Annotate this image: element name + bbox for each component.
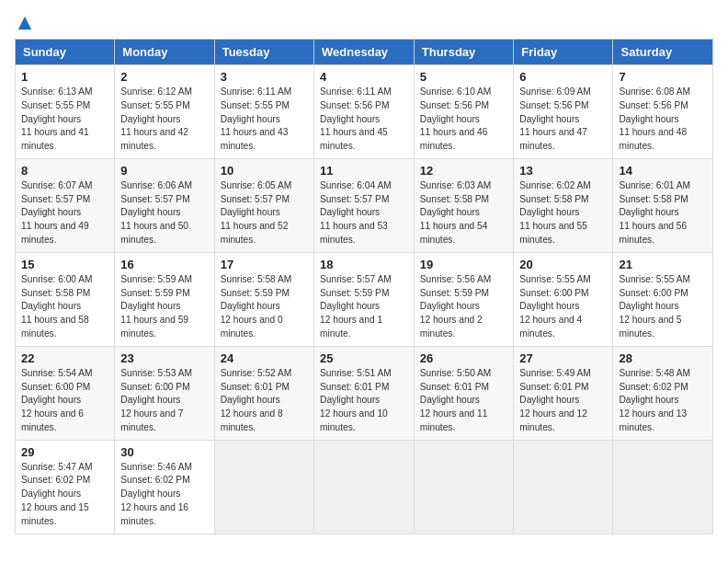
day-info: Sunrise: 6:00 AMSunset: 5:58 PMDaylight … xyxy=(21,274,93,339)
calendar-week-5: 29Sunrise: 5:47 AMSunset: 6:02 PMDayligh… xyxy=(16,440,713,534)
day-number: 7 xyxy=(619,70,707,84)
day-info: Sunrise: 6:13 AMSunset: 5:55 PMDaylight … xyxy=(21,86,93,151)
day-info: Sunrise: 6:11 AMSunset: 5:56 PMDaylight … xyxy=(320,86,392,151)
col-header-monday: Monday xyxy=(115,40,214,65)
calendar-week-1: 1Sunrise: 6:13 AMSunset: 5:55 PMDaylight… xyxy=(16,65,713,159)
calendar-cell: 10Sunrise: 6:05 AMSunset: 5:57 PMDayligh… xyxy=(214,158,313,252)
calendar-cell xyxy=(314,440,415,534)
day-number: 20 xyxy=(519,258,607,271)
calendar-cell: 3Sunrise: 6:11 AMSunset: 5:55 PMDaylight… xyxy=(214,65,313,159)
calendar-cell: 29Sunrise: 5:47 AMSunset: 6:02 PMDayligh… xyxy=(16,440,115,534)
calendar-cell xyxy=(214,440,313,534)
day-number: 30 xyxy=(120,445,208,459)
day-number: 11 xyxy=(320,164,408,178)
calendar-cell: 7Sunrise: 6:08 AMSunset: 5:56 PMDaylight… xyxy=(613,65,713,159)
calendar-cell: 12Sunrise: 6:03 AMSunset: 5:58 PMDayligh… xyxy=(414,158,514,252)
calendar-cell: 28Sunrise: 5:48 AMSunset: 6:02 PMDayligh… xyxy=(613,346,713,440)
day-info: Sunrise: 5:50 AMSunset: 6:01 PMDaylight … xyxy=(420,368,492,432)
day-number: 16 xyxy=(120,258,208,271)
day-number: 17 xyxy=(221,258,308,271)
day-number: 22 xyxy=(21,351,108,365)
day-number: 5 xyxy=(420,70,508,84)
calendar-cell: 9Sunrise: 6:06 AMSunset: 5:57 PMDaylight… xyxy=(115,158,214,252)
day-number: 13 xyxy=(519,164,607,178)
day-info: Sunrise: 5:46 AMSunset: 6:02 PMDaylight … xyxy=(120,462,192,526)
logo-icon xyxy=(17,15,33,31)
day-info: Sunrise: 5:55 AMSunset: 6:00 PMDaylight … xyxy=(519,274,591,339)
calendar-cell: 1Sunrise: 6:13 AMSunset: 5:55 PMDaylight… xyxy=(16,65,115,159)
calendar-cell: 27Sunrise: 5:49 AMSunset: 6:01 PMDayligh… xyxy=(514,346,613,440)
day-number: 8 xyxy=(21,164,108,178)
day-number: 10 xyxy=(221,164,308,178)
day-number: 26 xyxy=(420,351,508,365)
day-info: Sunrise: 6:01 AMSunset: 5:58 PMDaylight … xyxy=(619,180,690,245)
calendar-cell xyxy=(514,440,613,534)
day-number: 14 xyxy=(619,164,707,178)
day-info: Sunrise: 6:03 AMSunset: 5:58 PMDaylight … xyxy=(420,180,492,245)
day-number: 27 xyxy=(519,351,607,365)
day-info: Sunrise: 5:59 AMSunset: 5:59 PMDaylight … xyxy=(120,274,192,339)
day-number: 4 xyxy=(320,70,408,84)
day-info: Sunrise: 6:05 AMSunset: 5:57 PMDaylight … xyxy=(221,180,292,245)
day-info: Sunrise: 5:57 AMSunset: 5:59 PMDaylight … xyxy=(320,274,392,339)
calendar-cell: 22Sunrise: 5:54 AMSunset: 6:00 PMDayligh… xyxy=(16,346,115,440)
day-number: 9 xyxy=(120,164,208,178)
day-info: Sunrise: 5:48 AMSunset: 6:02 PMDaylight … xyxy=(619,368,690,432)
col-header-tuesday: Tuesday xyxy=(214,40,313,65)
day-number: 12 xyxy=(420,164,508,178)
day-info: Sunrise: 5:53 AMSunset: 6:00 PMDaylight … xyxy=(120,368,192,432)
day-number: 2 xyxy=(120,70,208,84)
day-number: 25 xyxy=(320,351,408,365)
day-info: Sunrise: 6:02 AMSunset: 5:58 PMDaylight … xyxy=(519,180,591,245)
day-info: Sunrise: 6:12 AMSunset: 5:55 PMDaylight … xyxy=(120,86,192,151)
calendar-cell: 17Sunrise: 5:58 AMSunset: 5:59 PMDayligh… xyxy=(214,252,313,346)
calendar-week-4: 22Sunrise: 5:54 AMSunset: 6:00 PMDayligh… xyxy=(16,346,713,440)
day-info: Sunrise: 5:52 AMSunset: 6:01 PMDaylight … xyxy=(221,368,292,432)
day-number: 15 xyxy=(21,258,108,271)
day-number: 18 xyxy=(320,258,408,271)
col-header-saturday: Saturday xyxy=(613,40,713,65)
day-info: Sunrise: 5:47 AMSunset: 6:02 PMDaylight … xyxy=(21,462,93,526)
day-number: 3 xyxy=(221,70,308,84)
day-info: Sunrise: 6:09 AMSunset: 5:56 PMDaylight … xyxy=(519,86,591,151)
day-info: Sunrise: 5:51 AMSunset: 6:01 PMDaylight … xyxy=(320,368,392,432)
logo xyxy=(15,15,33,28)
calendar-cell: 2Sunrise: 6:12 AMSunset: 5:55 PMDaylight… xyxy=(115,65,214,159)
page-header xyxy=(15,15,713,28)
col-header-wednesday: Wednesday xyxy=(314,40,415,65)
day-info: Sunrise: 6:06 AMSunset: 5:57 PMDaylight … xyxy=(120,180,192,245)
calendar-cell: 6Sunrise: 6:09 AMSunset: 5:56 PMDaylight… xyxy=(514,65,613,159)
calendar-cell: 16Sunrise: 5:59 AMSunset: 5:59 PMDayligh… xyxy=(115,252,214,346)
calendar-week-2: 8Sunrise: 6:07 AMSunset: 5:57 PMDaylight… xyxy=(16,158,713,252)
day-info: Sunrise: 5:58 AMSunset: 5:59 PMDaylight … xyxy=(221,274,292,339)
col-header-thursday: Thursday xyxy=(414,40,514,65)
day-number: 29 xyxy=(21,445,108,459)
calendar-cell xyxy=(414,440,514,534)
calendar-header-row: SundayMondayTuesdayWednesdayThursdayFrid… xyxy=(16,40,713,65)
calendar-cell: 21Sunrise: 5:55 AMSunset: 6:00 PMDayligh… xyxy=(613,252,713,346)
calendar-cell: 19Sunrise: 5:56 AMSunset: 5:59 PMDayligh… xyxy=(414,252,514,346)
day-info: Sunrise: 5:56 AMSunset: 5:59 PMDaylight … xyxy=(420,274,492,339)
calendar-cell: 23Sunrise: 5:53 AMSunset: 6:00 PMDayligh… xyxy=(115,346,214,440)
day-number: 19 xyxy=(420,258,508,271)
day-number: 28 xyxy=(619,351,707,365)
day-number: 23 xyxy=(120,351,208,365)
svg-marker-0 xyxy=(18,17,31,29)
day-number: 21 xyxy=(619,258,707,271)
day-info: Sunrise: 6:04 AMSunset: 5:57 PMDaylight … xyxy=(320,180,392,245)
calendar-cell: 25Sunrise: 5:51 AMSunset: 6:01 PMDayligh… xyxy=(314,346,415,440)
calendar-cell xyxy=(613,440,713,534)
calendar-cell: 26Sunrise: 5:50 AMSunset: 6:01 PMDayligh… xyxy=(414,346,514,440)
day-info: Sunrise: 6:10 AMSunset: 5:56 PMDaylight … xyxy=(420,86,492,151)
calendar-cell: 8Sunrise: 6:07 AMSunset: 5:57 PMDaylight… xyxy=(16,158,115,252)
calendar-cell: 14Sunrise: 6:01 AMSunset: 5:58 PMDayligh… xyxy=(613,158,713,252)
calendar-cell: 20Sunrise: 5:55 AMSunset: 6:00 PMDayligh… xyxy=(514,252,613,346)
calendar-cell: 15Sunrise: 6:00 AMSunset: 5:58 PMDayligh… xyxy=(16,252,115,346)
day-info: Sunrise: 6:08 AMSunset: 5:56 PMDaylight … xyxy=(619,86,690,151)
day-info: Sunrise: 6:11 AMSunset: 5:55 PMDaylight … xyxy=(221,86,292,151)
day-number: 6 xyxy=(519,70,607,84)
day-number: 24 xyxy=(221,351,308,365)
calendar-cell: 13Sunrise: 6:02 AMSunset: 5:58 PMDayligh… xyxy=(514,158,613,252)
col-header-friday: Friday xyxy=(514,40,613,65)
calendar-cell: 18Sunrise: 5:57 AMSunset: 5:59 PMDayligh… xyxy=(314,252,415,346)
